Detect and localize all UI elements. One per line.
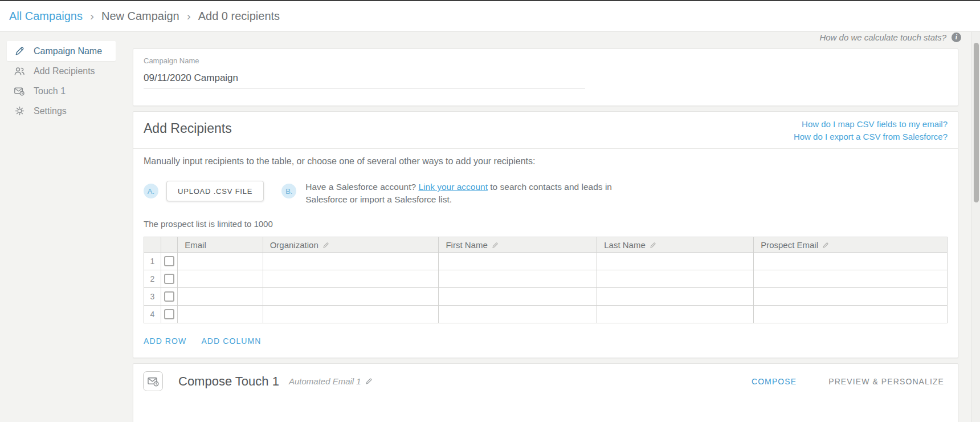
pencil-icon (14, 46, 25, 57)
automated-email-label: Automated Email 1 (289, 376, 361, 386)
checkbox-cell (161, 288, 178, 306)
window-top-border (0, 0, 980, 1)
row-checkbox[interactable] (164, 274, 174, 284)
edit-column-icon[interactable] (322, 242, 329, 249)
table-cell[interactable] (178, 253, 263, 270)
table-cell[interactable] (178, 270, 263, 288)
table-cell[interactable] (263, 288, 439, 306)
main-content: How do we calculate touch stats? i Campa… (0, 32, 980, 422)
add-row-button[interactable]: ADD ROW (144, 336, 186, 346)
column-header-organization: Organization (263, 237, 439, 253)
option-b-badge: B. (281, 184, 296, 198)
table-cell[interactable] (263, 306, 439, 323)
breadcrumb-new-campaign: New Campaign (101, 10, 179, 23)
breadcrumb-add-recipients: Add 0 recipients (198, 10, 280, 23)
sidebar-item-campaign-name[interactable]: Campaign Name (7, 41, 116, 61)
table-cell[interactable] (263, 253, 439, 270)
table-cell[interactable] (754, 288, 948, 306)
table-cell[interactable] (178, 288, 263, 306)
table-cell[interactable] (263, 270, 439, 288)
sidebar-item-label: Touch 1 (34, 86, 66, 96)
table-cell[interactable] (754, 253, 948, 270)
table-cell[interactable] (439, 306, 597, 323)
add-recipients-body: Manually input recipients to the table, … (133, 149, 958, 358)
table-cell[interactable] (597, 306, 754, 323)
row-number: 3 (144, 288, 161, 306)
compose-button[interactable]: COMPOSE (752, 377, 797, 386)
map-csv-help-link[interactable]: How do I map CSV fields to my email? (794, 118, 948, 131)
cards-column: Campaign Name Add Recipients How do I ma… (133, 32, 958, 422)
table-cell[interactable] (754, 270, 948, 288)
campaign-name-input[interactable] (144, 70, 585, 88)
add-recipients-card: Add Recipients How do I map CSV fields t… (133, 111, 958, 358)
table-header-row: Email Organization First Name Last Name … (144, 237, 948, 253)
row-number: 4 (144, 306, 161, 323)
sidebar-item-touch-1[interactable]: Touch 1 (7, 81, 116, 101)
salesforce-option-text: Have a Salesforce account? Link your acc… (305, 181, 627, 206)
add-column-button[interactable]: ADD COLUMN (201, 336, 261, 346)
table-row: 1 (144, 253, 948, 270)
sidebar-item-settings[interactable]: Settings (7, 101, 116, 121)
sidebar-item-label: Campaign Name (34, 46, 102, 56)
gear-icon (14, 105, 25, 117)
sidebar-item-label: Settings (34, 106, 67, 116)
chevron-right-icon: › (90, 10, 94, 23)
export-csv-help-link[interactable]: How do I export a CSV from Salesforce? (794, 131, 948, 143)
breadcrumb-all-campaigns[interactable]: All Campaigns (9, 10, 83, 23)
scrollbar-thumb[interactable] (974, 43, 979, 202)
breadcrumb: All Campaigns › New Campaign › Add 0 rec… (0, 1, 980, 32)
column-header-prospect-email: Prospect Email (754, 237, 948, 253)
people-icon (14, 66, 25, 77)
edit-column-icon[interactable] (650, 242, 656, 249)
row-number-header (144, 237, 161, 253)
table-cell[interactable] (597, 253, 754, 270)
row-checkbox[interactable] (164, 291, 174, 302)
compose-touch-card: Compose Touch 1 Automated Email 1 COMPOS… (133, 363, 958, 422)
vertical-scrollbar (971, 32, 980, 422)
chevron-right-icon: › (187, 10, 191, 23)
recipients-intro-text: Manually input recipients to the table, … (144, 156, 948, 167)
table-cell[interactable] (178, 306, 263, 323)
recipient-options-row: A. UPLOAD .CSV FILE B. Have a Salesforce… (144, 181, 948, 206)
row-checkbox[interactable] (164, 309, 174, 319)
compose-touch-subtitle: Automated Email 1 (289, 376, 373, 386)
table-cell[interactable] (439, 270, 597, 288)
checkbox-cell (161, 270, 178, 288)
row-number: 2 (144, 270, 161, 288)
sidebar-item-add-recipients[interactable]: Add Recipients (7, 61, 116, 81)
edit-column-icon[interactable] (822, 242, 829, 249)
edit-touch-name-icon[interactable] (365, 378, 373, 385)
checkbox-cell (161, 253, 178, 270)
column-header-email: Email (178, 237, 263, 253)
compose-touch-title: Compose Touch 1 (178, 374, 279, 389)
table-actions: ADD ROW ADD COLUMN (144, 336, 948, 346)
table-row: 4 (144, 306, 948, 323)
compose-touch-row: Compose Touch 1 Automated Email 1 COMPOS… (133, 364, 958, 391)
link-your-account-link[interactable]: Link your account (418, 182, 488, 192)
add-recipients-title: Add Recipients (144, 118, 232, 136)
upload-csv-button[interactable]: UPLOAD .CSV FILE (166, 181, 264, 201)
row-checkbox[interactable] (164, 256, 174, 266)
salesforce-text-before: Have a Salesforce account? (305, 182, 416, 192)
add-recipients-header: Add Recipients How do I map CSV fields t… (133, 112, 958, 149)
option-a-badge: A. (144, 184, 158, 198)
sidebar: Campaign Name Add Recipients (0, 41, 124, 121)
column-header-first-name: First Name (439, 237, 597, 253)
table-cell[interactable] (754, 306, 948, 323)
email-clock-icon (143, 371, 163, 391)
edit-column-icon[interactable] (492, 242, 499, 249)
csv-help-links: How do I map CSV fields to my email? How… (794, 118, 948, 143)
preview-personalize-button[interactable]: PREVIEW & PERSONALIZE (828, 377, 944, 386)
campaign-name-label: Campaign Name (144, 56, 948, 65)
table-row: 2 (144, 270, 948, 288)
sidebar-item-label: Add Recipients (34, 66, 95, 76)
table-cell[interactable] (439, 253, 597, 270)
campaign-name-card: Campaign Name (133, 48, 958, 106)
checkbox-cell (161, 306, 178, 323)
prospect-limit-note: The prospect list is limited to 1000 (144, 219, 948, 229)
recipients-table: Email Organization First Name Last Name … (144, 237, 948, 323)
table-cell[interactable] (439, 288, 597, 306)
table-cell[interactable] (597, 270, 754, 288)
table-cell[interactable] (597, 288, 754, 306)
select-all-header (161, 237, 178, 253)
